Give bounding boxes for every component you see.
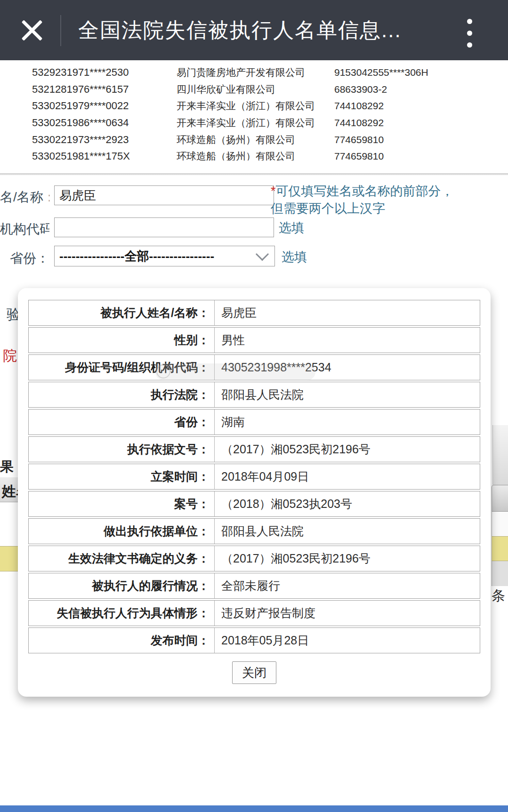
result-id: 5330251986****0634	[32, 114, 173, 131]
table-row[interactable]: 5321281976****6157 四川华欣矿业有限公司 68633903-2	[0, 81, 508, 98]
detail-row: 失信被执行人行为具体情形： 违反财产报告制度	[28, 600, 480, 626]
modal-close-button[interactable]: 关闭	[232, 661, 276, 684]
detail-row: 生效法律文书确定的义务： （2017）湘0523民初2196号	[28, 546, 480, 571]
clipped-row-right	[492, 561, 508, 586]
clipped-count-suffix: 条	[492, 587, 505, 605]
detail-row: 发布时间： 2018年05月28日	[28, 627, 480, 653]
result-id: 5321281976****6157	[32, 81, 173, 98]
code-field-hint: 选填	[279, 219, 304, 237]
result-code: 9153042555****306H	[334, 64, 466, 81]
result-name: 开来丰泽实业（浙江）有限公司	[177, 97, 332, 114]
result-id: 5330251979****0022	[32, 97, 173, 114]
result-code: 744108292	[334, 97, 466, 114]
table-row[interactable]: 5330251981****175X 环球造船（扬州）有限公司 77465981…	[0, 148, 508, 161]
result-code: 68633903-2	[334, 81, 466, 98]
org-code-input[interactable]	[54, 217, 274, 237]
detail-row: 立案时间： 2018年04月09日	[28, 464, 480, 490]
result-id: 5330221973****2923	[32, 131, 173, 148]
app-bar: 全国法院失信被执行人名单信息...	[0, 0, 508, 60]
result-name: 环球造船（扬州）有限公司	[177, 148, 332, 161]
detail-table: 被执行人姓名/名称： 易虎臣 性别： 男性 身份证号码/组织机构代码： 4305…	[28, 300, 480, 655]
result-id: 5329231971****2530	[32, 64, 173, 81]
result-name: 四川华欣矿业有限公司	[177, 81, 332, 98]
table-row[interactable]: 5330251986****0634 开来丰泽实业（浙江）有限公司 744108…	[0, 114, 508, 131]
province-field-hint: 选填	[282, 249, 307, 266]
detail-row: 执行依据文号： （2017）湘0523民初2196号	[28, 436, 480, 462]
detail-row: 省份： 湖南	[28, 409, 480, 435]
result-code: 774659810	[334, 148, 466, 161]
detail-modal: 被执行人姓名/名称： 易虎臣 性别： 男性 身份证号码/组织机构代码： 4305…	[18, 288, 491, 697]
result-name: 易门贵隆房地产开发有限公司	[177, 64, 332, 81]
province-selected-value: ----------------全部----------------	[55, 248, 258, 265]
name-field-label: 名/名称：	[0, 188, 49, 206]
section-divider	[0, 173, 508, 175]
name-input[interactable]	[54, 185, 274, 205]
results-list: 5329231971****2530 易门贵隆房地产开发有限公司 9153042…	[0, 60, 508, 161]
clipped-row-right	[492, 512, 508, 536]
code-field-label: 机构代码：	[0, 220, 49, 238]
table-row[interactable]: 5330251979****0022 开来丰泽实业（浙江）有限公司 744108…	[0, 97, 508, 114]
clipped-highlighted-row-right	[492, 536, 508, 561]
result-code: 744108292	[334, 114, 466, 131]
required-asterisk: *	[271, 184, 276, 198]
result-id: 5330251981****175X	[32, 148, 173, 161]
clipped-highlighted-row-left	[0, 546, 18, 571]
name-field-hint: *可仅填写姓名或名称的前部分， 但需要两个以上汉字	[271, 183, 459, 217]
detail-row: 做出执行依据单位： 邵阳县人民法院	[28, 518, 480, 544]
page-title: 全国法院失信被执行人名单信息...	[78, 0, 427, 60]
result-name: 环球造船（扬州）有限公司	[177, 131, 332, 148]
clipped-table-header-right	[492, 485, 508, 512]
province-select[interactable]: ----------------全部----------------	[54, 246, 275, 266]
detail-row: 案号： （2018）湘0523执203号	[28, 491, 480, 517]
province-field-label: 省份：	[0, 249, 49, 267]
result-code: 774659810	[334, 131, 466, 148]
close-icon[interactable]	[20, 18, 44, 42]
detail-row: 执行法院： 邵阳县人民法院	[28, 382, 480, 408]
table-row[interactable]: 5329231971****2530 易门贵隆房地产开发有限公司 9153042…	[0, 64, 508, 81]
detail-row: 被执行人姓名/名称： 易虎臣	[28, 300, 480, 326]
more-options-icon[interactable]	[462, 19, 476, 55]
clipped-red-court-text: 院	[3, 346, 17, 366]
page-root: 全国法院失信被执行人名单信息... 5329231971****2530 易门贵…	[0, 0, 508, 812]
detail-row: 被执行人的履行情况： 全部未履行	[28, 573, 480, 599]
footer-bar	[0, 805, 508, 812]
clipped-panel-edge	[492, 425, 508, 485]
table-row[interactable]: 5330221973****2923 环球造船（扬州）有限公司 77465981…	[0, 131, 508, 148]
result-name: 开来丰泽实业（浙江）有限公司	[177, 114, 332, 131]
appbar-divider	[60, 15, 61, 46]
detail-row: 身份证号码/组织机构代码： 4305231998****2534	[28, 354, 480, 380]
chevron-down-icon	[256, 248, 269, 261]
detail-row: 性别： 男性	[28, 327, 480, 353]
